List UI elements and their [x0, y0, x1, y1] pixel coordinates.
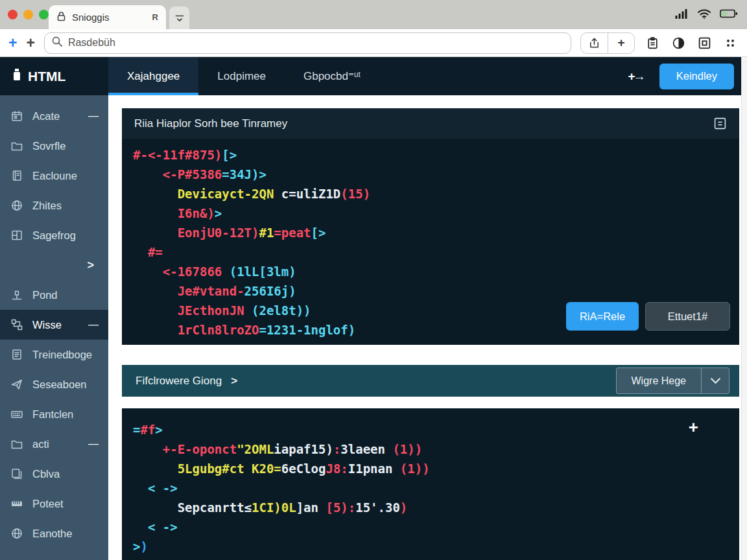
copy-icon	[10, 467, 24, 480]
scrollbar-track[interactable]	[741, 57, 747, 560]
chart-icon	[10, 288, 24, 301]
code-line: =#f>	[133, 420, 739, 439]
sidebar-item-label: Seseaboen	[32, 379, 87, 391]
clipboard-icon[interactable]	[644, 36, 661, 50]
html-logo-icon	[12, 67, 22, 85]
sidebar-item-eanothe[interactable]: Eanothe	[0, 519, 108, 548]
keindley-button[interactable]: Keindley	[659, 64, 734, 89]
code-line: < ->	[133, 478, 739, 498]
tab-overflow-button[interactable]	[169, 6, 189, 29]
sidebar-item-label: Wisse	[32, 319, 62, 331]
pip-icon[interactable]	[696, 36, 713, 50]
globe-icon	[10, 527, 24, 540]
sidebar-item-label: Pond	[32, 289, 58, 301]
tab-xajahggee[interactable]: Xajahggee	[108, 57, 198, 95]
sidebar-item-cblva[interactable]: Cblva	[0, 459, 108, 489]
tab-gbpocbd-[interactable]: Gbpocbd⁼ᵘᵗ	[285, 57, 379, 95]
code-line: #-<-11f#875)[>	[133, 145, 739, 165]
sidebar-item-pond[interactable]: Pond	[0, 280, 108, 310]
screen: Snioggis R + + + HTML	[0, 0, 747, 560]
app-header: HTML XajahggeeLodpimeeGbpocbd⁼ᵘᵗ +→ Kein…	[0, 57, 741, 95]
privacy-icon[interactable]	[670, 36, 687, 50]
signal-icon	[675, 8, 689, 22]
sidebar-item-treinedboge[interactable]: Treinedboge	[0, 340, 108, 369]
sidebar-item-sovrfle[interactable]: Sovrfle	[0, 131, 108, 161]
code-line: < ->	[133, 517, 739, 537]
sidebar-item-poteet[interactable]: Poteet	[0, 489, 108, 519]
apps-grid-icon[interactable]	[722, 37, 739, 49]
sidebar-expander[interactable]: >	[0, 250, 108, 280]
ruler-icon	[10, 497, 24, 510]
new-tab-button[interactable]: +	[8, 36, 17, 51]
browser-toolbar: + + +	[0, 29, 747, 57]
code-line: EonjU0-12T)#1=peat[>	[133, 223, 739, 242]
code-line: >)	[133, 537, 739, 556]
minimize-window-button[interactable]	[23, 10, 33, 19]
collapse-indicator[interactable]: —	[88, 438, 99, 450]
window-controls	[8, 10, 49, 19]
code-panel-1: Riia Hiaplor Sorh bee Tinramey #-<-11f#8…	[122, 108, 739, 345]
add-code-button[interactable]: +	[689, 419, 698, 436]
collapse-indicator[interactable]: —	[88, 319, 99, 331]
sidebar-item-label: Treinedboge	[32, 349, 92, 361]
chevron-down-icon[interactable]	[701, 368, 729, 393]
app-logo: HTML	[0, 57, 108, 95]
sidebar-item-acate[interactable]: Acate—	[0, 101, 108, 131]
sidebar-item-label: Sovrfle	[32, 140, 65, 152]
search-icon	[51, 36, 63, 50]
send-icon	[10, 378, 24, 391]
pill-add-button[interactable]: +	[608, 33, 634, 53]
sidebar-item-wisse[interactable]: Wisse—	[0, 310, 108, 340]
list-box-icon[interactable]	[713, 117, 727, 130]
sidebar-item-label: Fantclen	[32, 408, 73, 421]
toolbar-pill: +	[580, 32, 635, 54]
collapse-indicator[interactable]: —	[88, 110, 99, 122]
search-input[interactable]	[68, 37, 564, 49]
header-actions: +→ Keindley	[628, 57, 741, 95]
dropdown-label: Wigre Hege	[617, 368, 701, 393]
chevron-right-icon: >	[87, 259, 94, 272]
share-icon[interactable]	[581, 33, 608, 53]
code-line: <-167866 (1lL[3lm)	[133, 262, 739, 281]
browser-tab[interactable]: Snioggis R	[49, 5, 166, 29]
sidebar-item-label: Eanothe	[32, 528, 72, 540]
code-line: Devicayct-2QN c=uliZ1D(15)	[133, 184, 739, 204]
sidebar-item-eacloune[interactable]: Eacloune	[0, 161, 108, 191]
app-tabs: XajahggeeLodpimeeGbpocbd⁼ᵘᵗ	[108, 57, 379, 95]
address-bar[interactable]	[44, 32, 571, 54]
close-window-button[interactable]	[8, 10, 18, 19]
sidebar-item-label: Zhites	[32, 200, 62, 212]
code-line: #=	[133, 242, 739, 262]
sidebar-item-fantclen[interactable]: Fantclen	[0, 399, 108, 429]
status-icons	[675, 8, 738, 22]
lock-icon	[56, 11, 66, 24]
panel-buttons: RiA=Rele Ettuet1#	[566, 302, 730, 331]
code-line: #-	[133, 340, 739, 345]
primary-action-button[interactable]: RiA=Rele	[566, 302, 639, 331]
sidebar-item-acti[interactable]: acti—	[0, 429, 108, 459]
code-line: Je#vtand-256I6j)	[133, 281, 739, 301]
add-tab-action[interactable]: +→	[628, 69, 644, 84]
folder-icon	[10, 139, 24, 152]
sidebar-item-zhites[interactable]: Zhites	[0, 191, 108, 220]
chevron-right-icon: >	[231, 375, 237, 388]
tab-lodpimee[interactable]: Lodpimee	[198, 57, 285, 95]
zoom-window-button[interactable]	[39, 10, 49, 19]
app-logo-text: HTML	[28, 69, 65, 84]
sidebar-item-label: Cblva	[32, 468, 60, 480]
sidebar-item-label: acti	[32, 438, 49, 450]
dropdown[interactable]: Wigre Hege	[616, 368, 729, 394]
sidebar-item-seseaboen[interactable]: Seseaboen	[0, 369, 108, 399]
code-line: Sepcanrtt≤1CI)0L]an [5):15'.30)	[133, 498, 739, 517]
reader-icon[interactable]: R	[152, 12, 158, 22]
sidebar-item-sagefrog[interactable]: Sagefrog	[0, 220, 108, 250]
secondary-action-button[interactable]: Ettuet1#	[645, 302, 730, 331]
code-line: +-E-oponct"2OMLiapaf15):3laeen (1))	[133, 439, 739, 459]
add-button[interactable]: +	[26, 36, 34, 51]
code-block-2: =#f> +-E-oponct"2OMLiapaf15):3laeen (1))…	[133, 420, 739, 556]
section-label: Fifclrowere Giong	[136, 375, 222, 388]
section-bar[interactable]: Fifclrowere Giong > Wigre Hege	[122, 365, 739, 397]
calendar-icon	[10, 110, 24, 122]
code-line: I6n&)>	[133, 204, 739, 223]
sidebar-item-label: Poteet	[32, 498, 64, 510]
